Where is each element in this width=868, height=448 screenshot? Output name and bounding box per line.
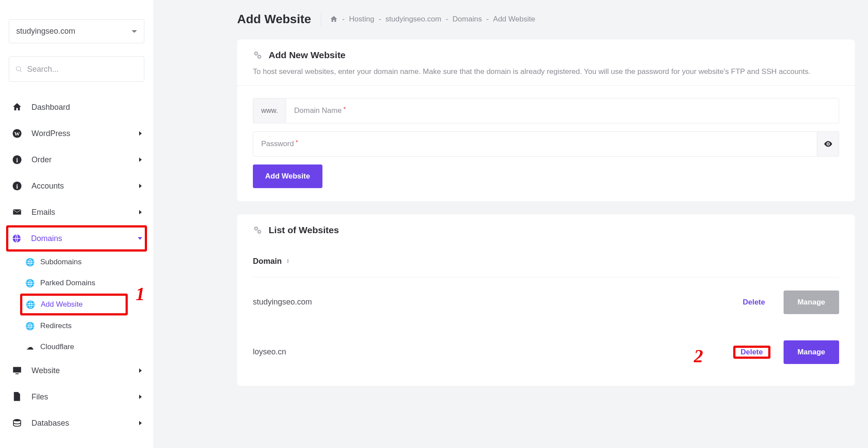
- home-icon[interactable]: [330, 15, 338, 23]
- nav-accounts[interactable]: i Accounts: [9, 173, 144, 199]
- svg-line-1: [20, 70, 22, 72]
- password-input[interactable]: Password*: [253, 131, 817, 157]
- breadcrumb: - Hosting - studyingseo.com - Domains - …: [330, 15, 535, 24]
- sidebar: studyingseo.com Dashboard W WordPress i …: [0, 0, 153, 448]
- table-header: Domain ▲▼: [253, 246, 839, 277]
- nav-order[interactable]: i Order: [9, 147, 144, 173]
- nav-databases[interactable]: Databases: [9, 410, 144, 436]
- table-row: loyseo.cn Delete Manage: [253, 327, 839, 377]
- svg-point-11: [14, 419, 21, 422]
- col-domain-header[interactable]: Domain ▲▼: [253, 257, 839, 266]
- globe-small-icon: 🌐: [24, 258, 35, 267]
- domain-name-input[interactable]: Domain Name*: [286, 98, 839, 123]
- search-input[interactable]: [27, 65, 138, 74]
- highlight-add-website: 🌐 Add Website: [20, 294, 128, 315]
- crumb[interactable]: Hosting: [349, 15, 374, 24]
- nav-label: Dashboard: [32, 103, 142, 112]
- svg-point-14: [256, 53, 257, 55]
- nav-label: Emails: [32, 208, 139, 217]
- svg-point-15: [259, 56, 260, 58]
- mail-icon: [12, 207, 24, 217]
- separator: -: [342, 15, 345, 24]
- nav-domains[interactable]: Domains: [8, 228, 145, 249]
- manage-button[interactable]: Manage: [784, 340, 839, 364]
- chevron-right-icon: [139, 131, 142, 136]
- info-icon: i: [12, 155, 24, 164]
- nav-label: Order: [32, 155, 139, 164]
- globe-icon: [12, 234, 24, 243]
- nav-label: Website: [32, 366, 139, 375]
- sub-subdomains[interactable]: 🌐 Subdomains: [9, 252, 144, 273]
- crumb[interactable]: studyingseo.com: [385, 15, 441, 24]
- chevron-down-icon: [138, 237, 142, 240]
- card-title-row: Add New Website: [253, 50, 839, 60]
- sub-parked-domains[interactable]: 🌐 Parked Domains: [9, 273, 144, 294]
- nav-wordpress[interactable]: W WordPress: [9, 120, 144, 147]
- page-header: Add Website - Hosting - studyingseo.com …: [237, 12, 855, 26]
- sort-icon: ▲▼: [286, 259, 290, 264]
- gear-icon: [253, 225, 262, 235]
- crumb[interactable]: Domains: [452, 15, 482, 24]
- crumb: Add Website: [493, 15, 535, 24]
- nav-dashboard[interactable]: Dashboard: [9, 94, 144, 120]
- sub-label: Parked Domains: [40, 279, 95, 287]
- card-title: List of Websites: [269, 225, 339, 235]
- nav-emails[interactable]: Emails: [9, 199, 144, 225]
- chevron-right-icon: [139, 210, 142, 214]
- monitor-icon: [12, 366, 24, 375]
- eye-icon: [823, 139, 833, 149]
- col-label: Domain: [253, 257, 282, 266]
- row-domain: studyingseo.com: [253, 298, 738, 307]
- domains-submenu: 🌐 Subdomains 🌐 Parked Domains 🌐 Add Webs…: [9, 252, 144, 357]
- nav-label: Accounts: [32, 182, 139, 191]
- svg-point-19: [256, 228, 257, 229]
- card-title: Add New Website: [269, 50, 346, 60]
- svg-text:W: W: [14, 131, 20, 137]
- chevron-right-icon: [139, 158, 142, 162]
- svg-text:i: i: [16, 183, 18, 190]
- wordpress-icon: W: [12, 129, 24, 138]
- home-icon: [12, 102, 24, 112]
- separator: -: [378, 15, 381, 24]
- delete-button[interactable]: Delete: [735, 342, 768, 362]
- add-website-button[interactable]: Add Website: [253, 164, 322, 188]
- nav-label: WordPress: [32, 129, 139, 138]
- chevron-right-icon: [139, 368, 142, 373]
- annotation-2: 2: [694, 346, 703, 367]
- highlight-delete: Delete: [733, 346, 770, 359]
- manage-button[interactable]: Manage: [784, 290, 839, 314]
- sub-redirects[interactable]: 🌐 Redirects: [9, 315, 144, 336]
- sub-label: Redirects: [40, 322, 72, 330]
- search-input-wrapper[interactable]: [9, 56, 144, 82]
- row-actions: Delete Manage: [738, 290, 839, 314]
- sub-label: Subdomains: [40, 258, 82, 266]
- svg-text:i: i: [16, 157, 18, 164]
- list-websites-card: List of Websites Domain ▲▼ studyingseo.c…: [237, 214, 855, 386]
- database-icon: [12, 418, 24, 428]
- delete-button[interactable]: Delete: [738, 292, 770, 313]
- gear-icon: [253, 50, 262, 60]
- chevron-right-icon: [139, 421, 142, 425]
- chevron-right-icon: [139, 395, 142, 399]
- chevron-right-icon: [139, 184, 142, 188]
- nav-label: Files: [32, 392, 139, 402]
- table-row: studyingseo.com Delete Manage: [253, 277, 839, 327]
- page-title: Add Website: [237, 12, 321, 26]
- nav-label: Domains: [31, 234, 138, 243]
- caret-down-icon: [132, 30, 137, 33]
- domain-selector[interactable]: studyingseo.com: [9, 19, 144, 43]
- highlight-domains: Domains: [6, 225, 147, 252]
- toggle-password-visibility[interactable]: [817, 131, 839, 157]
- separator: -: [486, 15, 489, 24]
- card-description: To host several websites, enter your dom…: [253, 66, 839, 78]
- cloud-icon: ☁: [24, 343, 35, 352]
- sub-cloudflare[interactable]: ☁ Cloudflare: [9, 336, 144, 357]
- sub-add-website[interactable]: 🌐 Add Website: [22, 296, 126, 313]
- svg-point-20: [259, 231, 260, 233]
- main-content: Add Website - Hosting - studyingseo.com …: [153, 0, 868, 448]
- svg-rect-9: [13, 367, 21, 373]
- info-icon: i: [12, 181, 24, 191]
- nav-files[interactable]: Files: [9, 384, 144, 410]
- password-input-row: Password*: [253, 131, 839, 157]
- nav-website[interactable]: Website: [9, 357, 144, 384]
